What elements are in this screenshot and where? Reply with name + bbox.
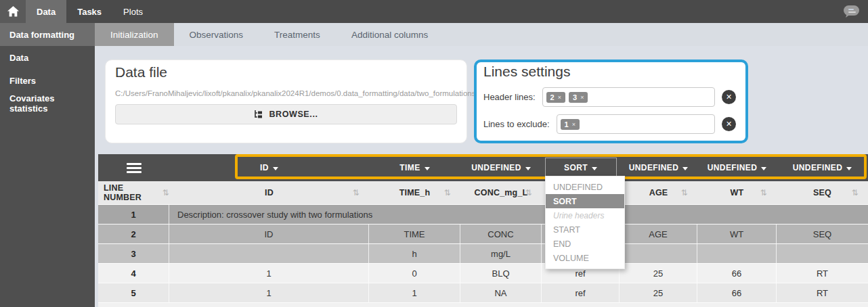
- header-lines-label: Header lines:: [483, 92, 536, 102]
- line-number-cell: 2: [98, 225, 169, 243]
- header-label: AGE: [649, 188, 668, 197]
- home-icon: [7, 6, 19, 17]
- remove-tag-icon[interactable]: ×: [572, 121, 576, 128]
- selector-label: UNDEFINED: [793, 163, 843, 172]
- cell: 0: [369, 264, 460, 283]
- selector-label: ID: [260, 163, 269, 172]
- subtab-treatments[interactable]: Treatments: [259, 23, 336, 46]
- header-id: ID ⇅: [169, 181, 369, 204]
- header-time-h: TIME_h ⇅: [369, 181, 460, 204]
- clear-header-lines-button[interactable]: ✕: [722, 90, 736, 104]
- selector-label: SORT: [564, 163, 588, 172]
- tab-data[interactable]: Data: [26, 0, 66, 24]
- header-lines-input[interactable]: 2 × 3 ×: [542, 87, 715, 107]
- dropdown-option-undefined[interactable]: UNDEFINED: [546, 180, 624, 194]
- column-selector-undefined-4[interactable]: UNDEFINED: [789, 158, 856, 177]
- header-label: WT: [731, 188, 744, 197]
- dropdown-option-end[interactable]: END: [546, 237, 624, 251]
- clear-lines-to-exclude-button[interactable]: ✕: [722, 117, 736, 131]
- column-type-selector-row: ID TIME UNDEFINED SORT UNDEFINED: [98, 154, 868, 181]
- line-number-cell: 3: [98, 244, 169, 263]
- cell: h: [369, 244, 460, 263]
- top-bar: Data Tasks Plots: [0, 0, 868, 23]
- header-wt: WT ⇅: [697, 181, 777, 204]
- dropdown-group-urine-headers: Urine headers: [546, 208, 624, 222]
- sort-arrows-icon[interactable]: ⇅: [444, 188, 451, 197]
- cell: [169, 244, 369, 263]
- lines-settings-title: Lines settings: [483, 64, 739, 80]
- cell: 1: [169, 264, 369, 283]
- table-row-3-header: 3 h mg/L: [98, 244, 868, 264]
- cell: AGE: [620, 225, 697, 243]
- cell: 25: [620, 264, 697, 283]
- remove-tag-icon[interactable]: ×: [580, 94, 584, 101]
- table-header-row: LINE NUMBER ⇅ ID ⇅ TIME_h ⇅ CONC_mg_L ⇅ …: [98, 181, 868, 205]
- header-line-number: LINE NUMBER ⇅: [98, 181, 169, 204]
- sort-arrows-icon[interactable]: ⇅: [760, 188, 767, 197]
- file-tree-icon: [254, 110, 263, 119]
- header-line-tag-3[interactable]: 3 ×: [569, 92, 588, 103]
- sidebar-item-filters[interactable]: Filters: [0, 69, 95, 92]
- table-row-4-data: 4 1 0 BLQ ref 25 66 RT: [98, 264, 868, 283]
- table-row-5-data: 5 1 1 NA ref 25 66 RT: [98, 283, 868, 303]
- cell: WT: [697, 225, 777, 243]
- line-number-cell: 4: [98, 264, 169, 283]
- dropdown-option-start[interactable]: START: [546, 222, 624, 237]
- sidebar-item-data[interactable]: Data: [0, 46, 95, 69]
- column-selector-undefined-3[interactable]: UNDEFINED: [703, 158, 771, 177]
- sort-arrows-icon[interactable]: ⇅: [852, 188, 859, 197]
- column-selector-undefined-2[interactable]: UNDEFINED: [625, 158, 693, 177]
- remove-tag-icon[interactable]: ×: [558, 94, 561, 101]
- grid-menu-button[interactable]: [127, 163, 142, 173]
- cell: [777, 244, 868, 263]
- exclude-line-tag-1[interactable]: 1 ×: [561, 119, 580, 130]
- sidebar-item-covariates-statistics[interactable]: Covariates statistics: [0, 92, 95, 115]
- tag-value: 2: [550, 93, 555, 101]
- subtab-strip: Initialization Observations Treatments A…: [95, 23, 868, 46]
- tag-value: 3: [573, 93, 577, 101]
- subtab-observations[interactable]: Observations: [174, 23, 259, 46]
- header-label: CONC_mg_L: [475, 188, 528, 197]
- description-cell: Description: crossover study with two fo…: [169, 205, 868, 224]
- header-age: AGE ⇅: [620, 181, 697, 204]
- selector-label: UNDEFINED: [629, 163, 679, 172]
- cell: 25: [620, 283, 697, 302]
- cell: SEQ: [777, 225, 868, 243]
- tab-tasks[interactable]: Tasks: [66, 0, 112, 23]
- lines-to-exclude-input[interactable]: 1 ×: [557, 114, 715, 134]
- caret-down-icon: [425, 167, 430, 170]
- tab-plots[interactable]: Plots: [112, 0, 154, 23]
- data-grid: ID TIME UNDEFINED SORT UNDEFINED: [98, 154, 868, 307]
- selector-label: TIME: [399, 163, 420, 172]
- caret-down-icon: [682, 167, 688, 170]
- column-selector-id[interactable]: ID: [256, 158, 282, 177]
- sort-arrows-icon[interactable]: ⇅: [525, 188, 532, 197]
- browse-button[interactable]: BROWSE...: [115, 104, 457, 124]
- table-row-6-partial: [98, 303, 868, 307]
- header-seq: SEQ ⇅: [777, 181, 868, 204]
- sort-arrows-icon[interactable]: ⇅: [353, 188, 360, 197]
- column-selector-time[interactable]: TIME: [395, 158, 433, 177]
- header-conc-mg-l: CONC_mg_L ⇅: [460, 181, 542, 204]
- sort-arrows-icon[interactable]: ⇅: [681, 188, 688, 197]
- column-selector-undefined-1[interactable]: UNDEFINED: [467, 158, 535, 177]
- feedback-button[interactable]: [842, 5, 860, 22]
- subtab-additional-columns[interactable]: Additional columns: [336, 23, 443, 46]
- subtab-initialization[interactable]: Initialization: [95, 23, 174, 46]
- sidebar-item-data-formatting[interactable]: Data formatting: [0, 23, 95, 46]
- column-selector-sort[interactable]: SORT: [545, 158, 617, 178]
- header-line-tag-2[interactable]: 2 ×: [546, 92, 565, 103]
- line-number-cell: 5: [98, 283, 169, 302]
- cell: CONC: [460, 225, 542, 243]
- cell: [697, 244, 777, 263]
- home-button[interactable]: [0, 0, 26, 23]
- lines-to-exclude-row: Lines to exclude: 1 × ✕: [483, 114, 739, 134]
- tag-value: 1: [565, 120, 569, 128]
- header-lines-row: Header lines: 2 × 3 × ✕: [483, 87, 739, 107]
- dropdown-option-volume[interactable]: VOLUME: [546, 251, 624, 265]
- sort-arrows-icon[interactable]: ⇅: [162, 188, 169, 197]
- dropdown-option-sort[interactable]: SORT: [546, 194, 624, 208]
- cell: ref: [542, 283, 620, 302]
- cell: mg/L: [460, 244, 542, 263]
- header-label: TIME_h: [399, 188, 431, 197]
